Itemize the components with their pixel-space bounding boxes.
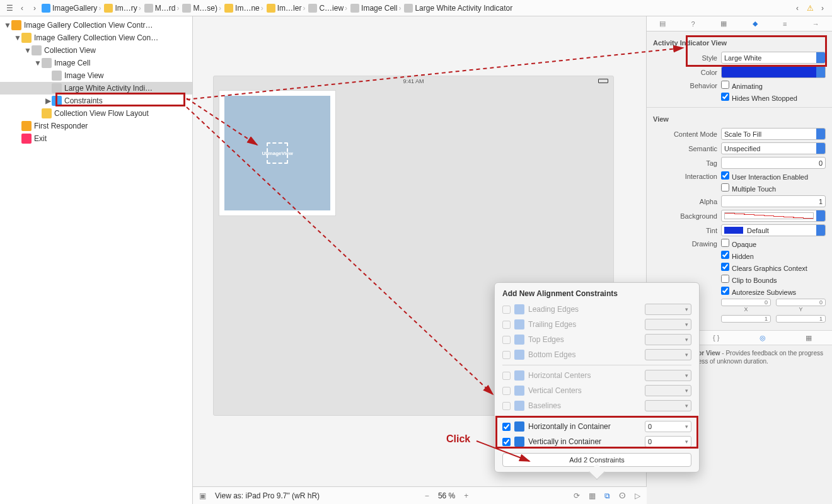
clears-checkbox[interactable]	[721, 263, 729, 271]
color-select[interactable]	[721, 66, 826, 78]
image-view[interactable]: UIImageView	[224, 96, 330, 210]
breadcrumb-item[interactable]: ImageGallery	[42, 4, 97, 13]
x-field[interactable]: 0	[721, 299, 771, 306]
connections-tab[interactable]: →	[812, 20, 819, 28]
size-tab[interactable]: ≡	[783, 20, 787, 28]
file-inspector-tab[interactable]: ▤	[659, 20, 666, 28]
breadcrumb-item[interactable]: ›Im…ry	[97, 4, 137, 13]
align-option: Leading Edges	[495, 302, 699, 317]
style-select[interactable]: Large White	[721, 52, 826, 64]
align-option: Trailing Edges	[495, 317, 699, 332]
status-time: 9:41 AM	[403, 78, 424, 84]
inspector-tabs: ▤ ? ▦ ◆ ≡ →	[647, 16, 832, 32]
status-bar: 9:41 AM	[214, 76, 613, 86]
uie-checkbox[interactable]	[721, 171, 729, 180]
device-config-icon[interactable]: ▣	[199, 491, 206, 500]
align-option: Baselines	[495, 398, 699, 413]
color-label: Color	[653, 69, 717, 76]
jump-back-icon[interactable]: ‹	[792, 3, 803, 14]
lib-code-tab[interactable]: { }	[713, 334, 719, 341]
tag-field[interactable]: 0	[721, 157, 826, 169]
update-frames-icon[interactable]: ⟳	[574, 491, 580, 500]
breadcrumb-item[interactable]: ›M…rd	[137, 4, 176, 13]
outline-row[interactable]: ▼Image Gallery Collection View Contr…	[0, 19, 192, 32]
outline-row[interactable]: ▼Image Cell	[0, 57, 192, 69]
h-field[interactable]: 1	[776, 315, 826, 323]
hidden-checkbox[interactable]	[721, 251, 729, 259]
breadcrumb-item[interactable]: ›Large White Activity Indicator	[397, 4, 512, 13]
breadcrumb-bar: ☰ ‹ › ImageGallery›Im…ry›M…rd›M…se)›Im…n…	[0, 0, 832, 16]
breadcrumb-item[interactable]: ›Im…ne	[217, 4, 260, 13]
outline-row[interactable]: Exit	[0, 132, 192, 145]
outline-row[interactable]: Large White Activity Indi…	[0, 82, 192, 94]
canvas-toolbar: ▣ View as: iPad Pro 9.7" (wR hR) − 56 % …	[193, 486, 647, 504]
zoom-label: 56 %	[438, 491, 455, 500]
attributes-tab[interactable]: ◆	[753, 20, 758, 28]
activity-section-title: Activity Indicator View	[647, 35, 832, 50]
document-outline: ▼Image Gallery Collection View Contr…▼Im…	[0, 16, 193, 504]
view-as-label[interactable]: View as: iPad Pro 9.7" (wR hR)	[215, 491, 320, 500]
lib-object-tab[interactable]: ◎	[760, 334, 766, 342]
annotation-click-label: Click	[446, 433, 470, 445]
opaque-checkbox[interactable]	[721, 239, 729, 247]
lib-media-tab[interactable]: ▦	[806, 334, 812, 342]
outline-row[interactable]: First Responder	[0, 120, 192, 132]
alpha-field[interactable]: 1	[721, 195, 826, 207]
quickhelp-tab[interactable]: ?	[691, 20, 695, 28]
related-items-icon[interactable]: ☰	[4, 3, 15, 14]
back-button[interactable]: ‹	[16, 3, 28, 14]
align-option: Top Edges	[495, 332, 699, 347]
embed-icon[interactable]: ▦	[589, 491, 596, 500]
align-option: Bottom Edges	[495, 347, 699, 362]
breadcrumb-item[interactable]: ›M…se)	[175, 4, 217, 13]
image-cell[interactable]: UIImageView	[219, 90, 336, 216]
breadcrumb-item[interactable]: ›Image Cell	[344, 4, 397, 13]
outline-row[interactable]: ▼Collection View	[0, 44, 192, 57]
battery-icon	[598, 79, 608, 83]
outline-row[interactable]: Image View	[0, 69, 192, 82]
zoom-out-button[interactable]: −	[425, 491, 429, 500]
clip-checkbox[interactable]	[721, 275, 729, 283]
semantic-select[interactable]: Unspecified	[721, 142, 826, 154]
view-section-title: View	[647, 112, 832, 127]
outline-row[interactable]: ▼Image Gallery Collection View Con…	[0, 32, 192, 44]
align-option: Vertical Centers	[495, 383, 699, 398]
identity-tab[interactable]: ▦	[720, 20, 727, 28]
jump-fwd-icon[interactable]: ›	[817, 3, 828, 14]
hides-checkbox[interactable]	[721, 93, 729, 101]
forward-button[interactable]: ›	[29, 3, 40, 14]
y-field[interactable]: 0	[776, 299, 826, 306]
align-popover: Add New Alignment Constraints Leading Ed…	[494, 282, 700, 472]
tint-select[interactable]: Default	[721, 224, 826, 236]
outline-row[interactable]: Collection View Flow Layout	[0, 107, 192, 120]
resolve-icon[interactable]: ▷	[635, 491, 640, 500]
contentmode-select[interactable]: Scale To Fill	[721, 128, 826, 140]
breadcrumb-item[interactable]: ›Im…ler	[260, 4, 302, 13]
animating-checkbox[interactable]	[721, 81, 729, 89]
multitouch-checkbox[interactable]	[721, 183, 729, 192]
warning-icon[interactable]: ⚠	[804, 3, 816, 14]
autoresize-checkbox[interactable]	[721, 287, 729, 295]
w-field[interactable]: 1	[721, 315, 771, 323]
outline-row[interactable]: ▶Constraints	[0, 94, 192, 107]
align-option[interactable]: Horizontally in Container0	[495, 419, 699, 434]
align-option: Horizontal Centers	[495, 368, 699, 383]
pin-icon[interactable]: ⵙ	[619, 491, 626, 500]
behavior-label: Behavior	[653, 82, 717, 89]
style-label: Style	[653, 54, 717, 62]
breadcrumb-item[interactable]: ›C…iew	[301, 4, 344, 13]
align-icon[interactable]: ⧉	[604, 491, 610, 500]
align-option[interactable]: Vertically in Container0	[495, 434, 699, 449]
popover-title: Add New Alignment Constraints	[495, 289, 699, 302]
bg-select[interactable]	[721, 210, 826, 222]
activity-indicator[interactable]: UIImageView	[267, 142, 288, 164]
zoom-in-button[interactable]: +	[464, 491, 468, 500]
